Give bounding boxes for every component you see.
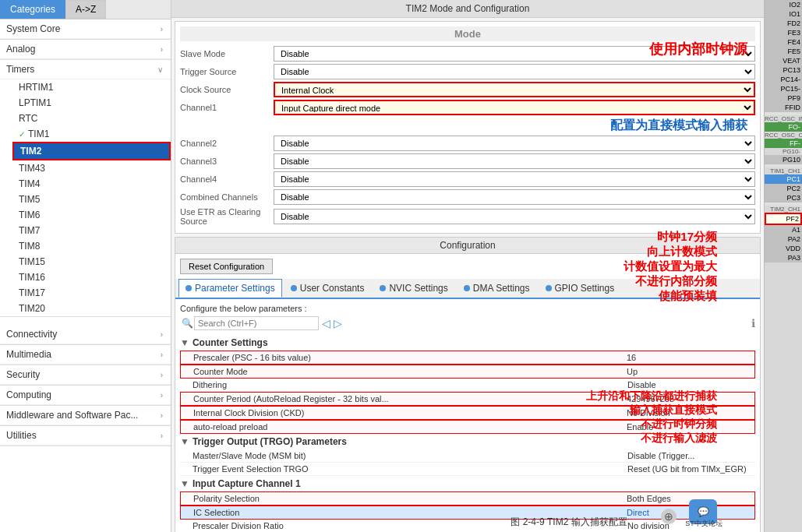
- trigger-source-select[interactable]: Disable: [274, 64, 755, 79]
- sidebar-child-tim17[interactable]: TIM17: [12, 285, 171, 301]
- sidebar-item-connectivity[interactable]: Connectivity ›: [0, 325, 171, 344]
- channel4-select[interactable]: Disable: [274, 171, 755, 187]
- sidebar-group-timers: Timers ∨ HRTIM1 LPTIM1 RTC ✓ TIM1 TIM2 T…: [0, 60, 171, 317]
- tim4-label: TIM4: [19, 178, 40, 189]
- pg10-label: PG10-: [765, 148, 802, 155]
- internal-clock-div-row: Internal Clock Division (CKD) No Divisio…: [180, 406, 755, 420]
- sidebar-child-lptim1[interactable]: LPTIM1: [12, 95, 171, 111]
- sidebar: Categories A->Z System Core › Analog › T…: [0, 0, 171, 532]
- tim16-label: TIM16: [19, 272, 45, 283]
- sidebar-child-tim4[interactable]: TIM4: [12, 176, 171, 192]
- chevron-right-icon: ›: [161, 371, 163, 379]
- tab-user-constants[interactable]: User Constants: [284, 279, 372, 298]
- tab-label: Parameter Settings: [195, 283, 275, 294]
- sidebar-child-tim6[interactable]: TIM6: [12, 207, 171, 223]
- counter-period-value: 4294967295: [627, 394, 751, 403]
- dithering-label: Dithering: [193, 380, 627, 389]
- tab-dot: [464, 285, 470, 291]
- channel1-row: Channel1 Input Capture direct mode: [180, 100, 755, 115]
- channel2-row: Channel2 Disable: [180, 136, 755, 151]
- use-etr-row: Use ETR as Clearing Source Disable: [180, 207, 755, 226]
- counter-period-row: Counter Period (AutoReload Register - 32…: [180, 392, 755, 406]
- tab-dot: [185, 285, 192, 291]
- sidebar-item-label: Connectivity: [6, 329, 57, 340]
- pin-fd2: FD2: [765, 19, 802, 28]
- sidebar-item-utilities[interactable]: Utilities ›: [0, 426, 171, 446]
- combined-channels-row: Combined Channels Disable: [180, 189, 755, 205]
- tim8-label: TIM8: [19, 241, 40, 252]
- prescaler-row: Prescaler (PSC - 16 bits value) 16: [180, 351, 755, 365]
- sidebar-child-tim15[interactable]: TIM15: [12, 254, 171, 270]
- tab-dot: [546, 285, 552, 291]
- sidebar-child-hrtim1[interactable]: HRTIM1: [12, 79, 171, 95]
- sidebar-item-system-core[interactable]: System Core ›: [0, 19, 171, 39]
- sidebar-item-analog[interactable]: Analog ›: [0, 40, 171, 59]
- sidebar-child-rtc[interactable]: RTC: [12, 111, 171, 126]
- clock-source-select[interactable]: Internal Clock: [274, 82, 755, 97]
- combined-channels-select[interactable]: Disable: [274, 189, 755, 205]
- nav-prev-icon[interactable]: ◁: [322, 317, 330, 329]
- internal-clock-div-label: Internal Clock Division (CKD): [193, 408, 627, 417]
- search-input[interactable]: [194, 316, 319, 330]
- tab-dma-settings[interactable]: DMA Settings: [457, 279, 537, 298]
- main-content: TIM2 Mode and Configuration Mode 使用内部时钟源…: [171, 0, 764, 532]
- sidebar-group-connectivity: Connectivity ›: [0, 325, 171, 345]
- auto-reload-label: auto-reload preload: [193, 422, 627, 432]
- trigger-event-row: Trigger Event Selection TRGO Reset (UG b…: [180, 463, 755, 476]
- tim1-ch1-label: TIM1_CH1: [765, 167, 802, 174]
- sidebar-child-tim1[interactable]: ✓ TIM1: [12, 126, 171, 142]
- master-slave-row: Master/Slave Mode (MSM bit) Disable (Tri…: [180, 449, 755, 463]
- sidebar-item-computing[interactable]: Computing ›: [0, 386, 171, 405]
- sidebar-child-tim2[interactable]: TIM2: [12, 142, 171, 160]
- ic-group-header[interactable]: ▼ Input Capture Channel 1: [180, 476, 755, 491]
- prescaler-value: 16: [627, 353, 751, 362]
- sidebar-tabs: Categories A->Z: [0, 0, 171, 19]
- pin-pc13: PC13: [765, 65, 802, 75]
- sidebar-child-tim5[interactable]: TIM5: [12, 192, 171, 207]
- chat-icon: 💬: [698, 506, 709, 517]
- sidebar-item-middleware[interactable]: Middleware and Software Pac... ›: [0, 406, 171, 425]
- trigger-group-header[interactable]: ▼ Trigger Output (TRGO) Parameters: [180, 434, 755, 449]
- master-slave-label: Master/Slave Mode (MSM bit): [193, 451, 627, 460]
- trigger-source-row: Trigger Source Disable: [180, 64, 755, 79]
- config-title: Configuration: [175, 238, 760, 254]
- internal-clock-div-value: No Division: [627, 408, 751, 417]
- pin-pf2: PF2: [765, 213, 802, 225]
- zoom-button[interactable]: ⊕: [661, 509, 677, 524]
- sidebar-child-tim43[interactable]: TIM43: [12, 160, 171, 176]
- sidebar-item-multimedia[interactable]: Multimedia ›: [0, 345, 171, 365]
- tab-label: GPIO Settings: [555, 283, 615, 294]
- rcc-osc-in-label: RCC_OSC_IN: [765, 115, 802, 122]
- tim43-label: TIM43: [19, 163, 45, 174]
- channel3-select[interactable]: Disable: [274, 153, 755, 169]
- channel4-row: Channel4 Disable: [180, 171, 755, 187]
- channel2-select[interactable]: Disable: [274, 136, 755, 151]
- sidebar-child-tim7[interactable]: TIM7: [12, 223, 171, 238]
- tab-parameter-settings[interactable]: Parameter Settings: [178, 279, 282, 298]
- window-title: TIM2 Mode and Configuration: [171, 0, 764, 18]
- sidebar-child-tim8[interactable]: TIM8: [12, 238, 171, 254]
- collapse-arrow-icon: ▼: [180, 436, 189, 447]
- sidebar-item-label: Security: [6, 369, 40, 380]
- reset-config-button[interactable]: Reset Configuration: [180, 259, 273, 274]
- pin-pf9: PF9: [765, 93, 802, 103]
- pin-rcc-osc-out: FF-: [765, 139, 802, 148]
- atoz-tab[interactable]: A->Z: [65, 0, 106, 19]
- sidebar-item-timers[interactable]: Timers ∨: [0, 60, 171, 79]
- sidebar-child-tim20[interactable]: TIM20: [12, 301, 171, 316]
- info-icon[interactable]: ℹ: [751, 317, 755, 329]
- polarity-row: Polarity Selection Both Edges: [180, 491, 755, 506]
- tab-gpio-settings[interactable]: GPIO Settings: [539, 279, 622, 298]
- categories-tab[interactable]: Categories: [0, 0, 65, 19]
- sidebar-child-tim16[interactable]: TIM16: [12, 270, 171, 285]
- use-etr-select[interactable]: Disable: [274, 209, 755, 224]
- channel1-select[interactable]: Input Capture direct mode: [274, 100, 755, 115]
- sidebar-item-label: Multimedia: [6, 349, 51, 360]
- sidebar-item-security[interactable]: Security ›: [0, 365, 171, 385]
- pin-pc1: PC1: [765, 174, 802, 184]
- hrtim1-label: HRTIM1: [19, 82, 53, 93]
- tab-nvic-settings[interactable]: NVIC Settings: [373, 279, 454, 298]
- nav-next-icon[interactable]: ▷: [334, 317, 342, 329]
- counter-settings-header[interactable]: ▼ Counter Settings: [180, 335, 755, 351]
- sidebar-group-analog: Analog ›: [0, 40, 171, 60]
